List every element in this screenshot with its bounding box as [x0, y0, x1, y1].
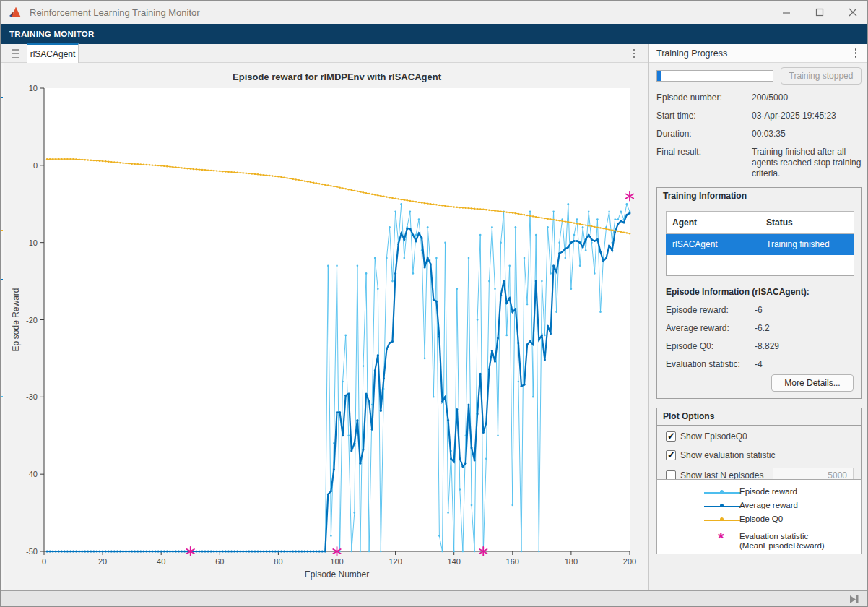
svg-text:-10: -10: [26, 238, 38, 247]
more-details-button[interactable]: More Details...: [771, 374, 854, 392]
svg-text:0: 0: [42, 557, 46, 566]
training-progress-bar: [656, 70, 773, 82]
table-empty-row: [667, 255, 854, 276]
episode-reward-value: -6: [755, 305, 763, 315]
svg-text:180: 180: [565, 557, 578, 566]
episode-reward-row: Episode reward: -6: [666, 305, 854, 315]
training-stopped-button[interactable]: Training stopped: [781, 67, 862, 85]
svg-text:160: 160: [506, 557, 519, 566]
svg-text:40: 40: [157, 557, 165, 566]
evaluation-statistic-asterisk-icon: *: [718, 529, 724, 548]
title-bar: Reinforcement Learning Training Monitor: [1, 1, 867, 24]
status-column-header[interactable]: Status: [760, 212, 854, 234]
panel-actions-menu-button[interactable]: [849, 46, 862, 61]
maximize-button[interactable]: [808, 2, 831, 22]
legend-entry-evaluation-statistic: * Evaluation statistic (MeanEpisodeRewar…: [657, 532, 861, 554]
agent-cell: rlSACAgent: [667, 234, 760, 255]
table-row[interactable]: rlSACAgent Training finished: [667, 234, 854, 255]
duration-label: Duration:: [656, 129, 752, 139]
svg-text:120: 120: [389, 557, 402, 566]
agent-status-table: Agent Status rlSACAgent Training finishe…: [666, 211, 854, 276]
rl-training-monitor-window: { "window": { "title": "Reinforcement Le…: [0, 0, 868, 607]
evaluation-statistic-label: Evaluation statistic:: [666, 359, 755, 369]
svg-text:10: 10: [29, 84, 38, 92]
chart-legend: Episode reward Average reward Episode Q0…: [656, 479, 862, 554]
tab-label: rlSACAgent: [30, 49, 76, 59]
legend-label: Episode reward: [739, 487, 797, 496]
duration-value: 00:03:35: [752, 129, 862, 139]
maximize-icon: [815, 8, 824, 17]
show-evaluation-statistic-option: Show evaluation statistic: [666, 450, 775, 460]
svg-text:200: 200: [623, 557, 636, 566]
svg-text:80: 80: [274, 557, 282, 566]
training-plot-figure: Episode reward for rlMDPEnv with rlSACAg…: [4, 63, 648, 590]
show-episodeq0-checkbox[interactable]: [666, 431, 676, 442]
legend-label: Average reward: [739, 501, 798, 509]
episode-information-title: Episode Information (rlSACAgent):: [666, 287, 810, 297]
plot-options-groupbox: Plot Options Show EpisodeQ0 Show evaluat…: [656, 408, 862, 491]
minimize-button[interactable]: [775, 2, 798, 22]
episode-reward-marker-swatch: [720, 490, 724, 494]
svg-text:140: 140: [448, 557, 461, 566]
legend-label-line1: Evaluation statistic: [739, 532, 808, 541]
svg-text:Episode Reward: Episode Reward: [11, 288, 21, 351]
minimize-icon: [782, 8, 791, 17]
close-button[interactable]: [841, 2, 864, 22]
duration-row: Duration: 00:03:35: [656, 129, 862, 139]
episode-number-value: 200/5000: [752, 92, 862, 103]
average-reward-marker-swatch: [720, 504, 724, 507]
status-bar: [1, 590, 867, 607]
svg-text:-30: -30: [26, 392, 38, 401]
svg-text:60: 60: [215, 557, 224, 566]
show-evaluation-statistic-checkbox[interactable]: [666, 450, 676, 460]
svg-text:-20: -20: [26, 316, 38, 324]
document-actions-menu-button[interactable]: [628, 46, 641, 61]
episode-reward-label: Episode reward:: [666, 305, 755, 315]
skip-to-end-button[interactable]: [849, 595, 860, 604]
training-progress-panel: Training Progress Training stopped Episo…: [649, 44, 868, 590]
training-information-groupbox: Training Information Agent Status rlSACA…: [656, 187, 862, 399]
show-episodeq0-label: Show EpisodeQ0: [680, 431, 747, 442]
episode-q0-value: -8.829: [755, 341, 779, 351]
episode-reward-chart: Episode reward for rlMDPEnv with rlSACAg…: [4, 63, 648, 590]
svg-text:Episode Number: Episode Number: [305, 569, 369, 580]
document-tab-bar: rlSACAgent: [1, 44, 648, 63]
svg-text:0: 0: [33, 161, 38, 170]
table-header-row: Agent Status: [667, 212, 854, 234]
panel-title: Training Progress: [656, 48, 727, 59]
ribbon-tab-training-monitor[interactable]: TRAINING MONITOR: [1, 30, 103, 38]
close-icon: [849, 8, 857, 17]
legend-label: Episode Q0: [739, 515, 783, 523]
episode-number-row: Episode number: 200/5000: [656, 92, 862, 103]
evaluation-statistic-row: Evaluation statistic: -4: [666, 359, 854, 369]
episode-q0-label: Episode Q0:: [666, 341, 755, 351]
final-result-row: Final result: Training finished after al…: [656, 147, 862, 179]
training-information-title: Training Information: [657, 188, 861, 205]
agent-column-header[interactable]: Agent: [667, 212, 760, 234]
svg-text:-40: -40: [26, 470, 38, 478]
svg-text:100: 100: [330, 557, 343, 566]
training-progress-header: Training Progress: [649, 44, 868, 63]
legend-entry-episode-q0: Episode Q0: [657, 515, 861, 526]
average-reward-row: Average reward: -6.2: [666, 323, 854, 333]
legend-label-line2: (MeanEpisodeReward): [739, 541, 825, 550]
toolstrip-ribbon: TRAINING MONITOR: [1, 24, 867, 44]
svg-text:20: 20: [98, 557, 107, 566]
svg-text:Episode reward for rlMDPEnv wi: Episode reward for rlMDPEnv with rlSACAg…: [233, 72, 442, 82]
show-episodeq0-option: Show EpisodeQ0: [666, 431, 747, 442]
legend-label-two-line: Evaluation statistic (MeanEpisodeReward): [739, 532, 825, 551]
matlab-logo-icon: [9, 7, 22, 18]
start-time-value: 03-Apr-2025 19:45:23: [752, 111, 862, 121]
final-result-label: Final result:: [656, 147, 752, 179]
legend-entry-episode-reward: Episode reward: [657, 487, 861, 499]
tab-rlsacagent[interactable]: rlSACAgent: [27, 43, 79, 63]
episode-q0-marker-swatch: [720, 517, 724, 521]
episode-number-label: Episode number:: [656, 92, 752, 103]
svg-text:-50: -50: [26, 547, 38, 556]
show-evaluation-statistic-label: Show evaluation statistic: [680, 450, 775, 460]
plot-options-title: Plot Options: [657, 408, 861, 426]
episode-q0-row: Episode Q0: -8.829: [666, 341, 854, 351]
dock-grip-icon: [12, 49, 19, 58]
training-progress-fill: [657, 71, 661, 81]
start-time-row: Start time: 03-Apr-2025 19:45:23: [656, 111, 862, 121]
